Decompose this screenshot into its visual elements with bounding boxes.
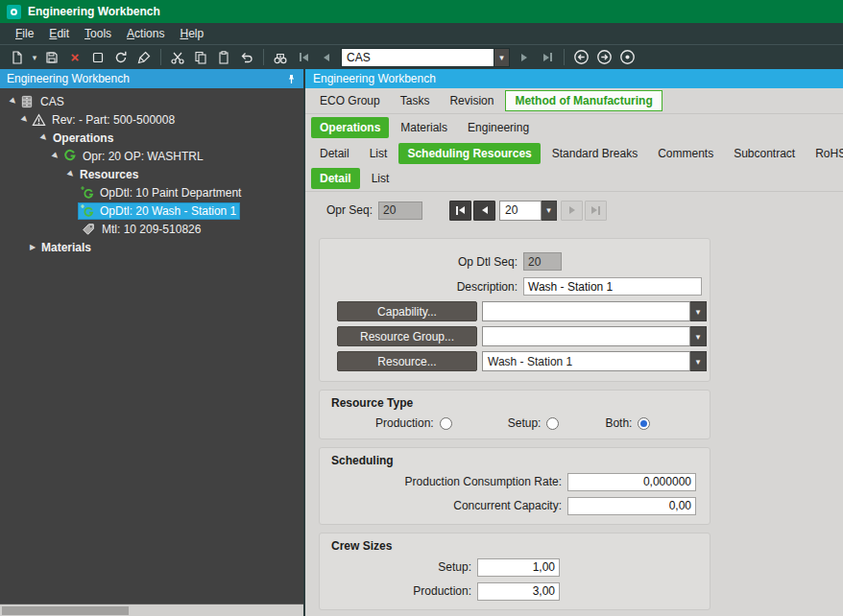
- crew-setup-label: Setup:: [320, 560, 477, 574]
- refresh-button[interactable]: [109, 47, 132, 68]
- opr-seq-combo-value[interactable]: 20: [499, 201, 542, 221]
- tree-item-operations[interactable]: Operations: [0, 129, 303, 147]
- pin-icon[interactable]: [286, 74, 297, 84]
- opr-previous-button[interactable]: [473, 201, 495, 221]
- scrollbar-thumb[interactable]: [2, 606, 129, 615]
- resource-combo[interactable]: Wash - Station 1: [482, 351, 707, 371]
- capability-combo[interactable]: [482, 301, 707, 321]
- memo-button[interactable]: [86, 47, 109, 68]
- tab-list[interactable]: List: [361, 143, 397, 164]
- opr-last-button[interactable]: [585, 201, 607, 221]
- description-field[interactable]: Wash - Station 1: [523, 277, 702, 296]
- resource-group-combo-value[interactable]: [482, 326, 690, 346]
- next-record-button[interactable]: [513, 47, 536, 68]
- forward-button[interactable]: [592, 47, 615, 68]
- tree-item-opdtl-20[interactable]: OpDtl: 20 Wash - Station 1: [0, 201, 303, 220]
- resource-dropdown-icon[interactable]: [690, 351, 707, 371]
- tab-sched-list[interactable]: List: [363, 168, 398, 189]
- undo-button[interactable]: [235, 47, 258, 68]
- tab-detail[interactable]: Detail: [311, 143, 358, 164]
- scheduling-group: Scheduling Production Consumption Rate: …: [319, 447, 711, 525]
- opr-next-button[interactable]: [561, 201, 583, 221]
- setup-radio-item: Setup:: [508, 416, 560, 430]
- previous-record-button[interactable]: [315, 47, 338, 68]
- opr-seq-combo[interactable]: 20: [499, 201, 557, 221]
- tab-materials[interactable]: Materials: [392, 117, 456, 138]
- resource-group-combo[interactable]: [482, 326, 707, 346]
- expand-icon[interactable]: [65, 170, 77, 178]
- horizontal-scrollbar[interactable]: [0, 604, 303, 616]
- new-dropdown-button[interactable]: [29, 47, 40, 68]
- clean-button[interactable]: [132, 47, 156, 68]
- paste-button[interactable]: [212, 47, 235, 68]
- target-icon: [619, 49, 636, 65]
- app-icon: [7, 5, 21, 19]
- production-consumption-rate-field[interactable]: 0,000000: [567, 473, 696, 491]
- tree-item-revision[interactable]: Rev: - Part: 500-500008: [0, 110, 303, 129]
- menu-file[interactable]: File: [8, 24, 41, 43]
- delete-button[interactable]: ×: [63, 47, 86, 68]
- tab-sched-detail[interactable]: Detail: [311, 168, 360, 189]
- new-button[interactable]: [6, 47, 29, 68]
- cabinet-icon: [19, 94, 35, 108]
- first-record-button[interactable]: [292, 47, 315, 68]
- tab-method-of-manufacturing[interactable]: Method of Manufacturing: [505, 90, 662, 111]
- record-combo[interactable]: CAS: [341, 48, 510, 67]
- tab-engineering[interactable]: Engineering: [459, 117, 538, 138]
- record-combo-value[interactable]: CAS: [341, 48, 494, 67]
- op-dtl-seq-row: Op Dtl Seq: 20: [320, 251, 710, 272]
- resource-group-button[interactable]: Resource Group...: [337, 326, 477, 346]
- menu-tools[interactable]: Tools: [77, 24, 119, 43]
- collapse-icon[interactable]: [27, 243, 38, 251]
- find-button[interactable]: [269, 47, 292, 68]
- back-button[interactable]: [569, 47, 592, 68]
- tree-item-operation-20[interactable]: Opr: 20 OP: WASHTRL: [0, 147, 303, 165]
- menu-edit[interactable]: Edit: [41, 24, 77, 43]
- copy-button[interactable]: [189, 47, 212, 68]
- opr-first-button[interactable]: [449, 201, 471, 221]
- crew-setup-row: Setup: 1,00: [320, 557, 710, 577]
- crew-setup-field[interactable]: 1,00: [477, 558, 560, 577]
- target-button[interactable]: [615, 47, 638, 68]
- next-icon: [569, 206, 575, 214]
- save-button[interactable]: [40, 47, 63, 68]
- resource-button[interactable]: Resource...: [337, 351, 477, 371]
- tree-item-resources[interactable]: Resources: [0, 165, 303, 183]
- tree-item-label: Mtl: 10 209-510826: [99, 222, 204, 237]
- capability-dropdown-icon[interactable]: [690, 301, 707, 321]
- concurrent-capacity-field[interactable]: 0,00: [567, 497, 696, 515]
- concurrent-capacity-row: Concurrent Capacity: 0,00: [320, 496, 710, 515]
- setup-radio[interactable]: [546, 417, 559, 430]
- crew-production-field[interactable]: 3,00: [477, 582, 560, 601]
- tab-comments[interactable]: Comments: [649, 143, 722, 164]
- expand-icon[interactable]: [19, 115, 31, 124]
- tree-item-mtl-10[interactable]: Mtl: 10 209-510826: [0, 220, 303, 238]
- tab-subcontract[interactable]: Subcontract: [725, 143, 804, 164]
- tab-operations[interactable]: Operations: [311, 117, 389, 138]
- production-radio[interactable]: [440, 417, 452, 430]
- menu-actions[interactable]: Actions: [119, 24, 172, 43]
- tab-revision[interactable]: Revision: [441, 90, 502, 111]
- tab-rohs[interactable]: RoHS: [807, 143, 843, 164]
- resource-group-dropdown-icon[interactable]: [690, 326, 707, 346]
- tree-item-materials[interactable]: Materials: [0, 238, 303, 256]
- tab-eco-group[interactable]: ECO Group: [311, 90, 389, 111]
- capability-combo-value[interactable]: [482, 301, 690, 321]
- record-combo-dropdown-icon[interactable]: [494, 48, 510, 67]
- tab-scheduling-resources[interactable]: Scheduling Resources: [398, 143, 540, 164]
- tab-standard-breaks[interactable]: Standard Breaks: [543, 143, 646, 164]
- resource-icon: [79, 185, 94, 200]
- menu-help[interactable]: Help: [172, 24, 211, 43]
- tree-item-cas[interactable]: CAS: [0, 92, 303, 110]
- resource-combo-value[interactable]: Wash - Station 1: [482, 351, 690, 371]
- expand-icon[interactable]: [50, 152, 61, 160]
- last-record-button[interactable]: [536, 47, 559, 68]
- expand-icon[interactable]: [38, 133, 50, 142]
- opr-seq-combo-dropdown-icon[interactable]: [542, 201, 557, 221]
- capability-button[interactable]: Capability...: [337, 301, 477, 321]
- both-radio[interactable]: [638, 417, 650, 430]
- cut-button[interactable]: [166, 47, 189, 68]
- tab-tasks[interactable]: Tasks: [392, 90, 439, 111]
- tree-item-opdtl-10[interactable]: OpDtl: 10 Paint Department: [0, 183, 303, 201]
- expand-icon[interactable]: [8, 97, 19, 106]
